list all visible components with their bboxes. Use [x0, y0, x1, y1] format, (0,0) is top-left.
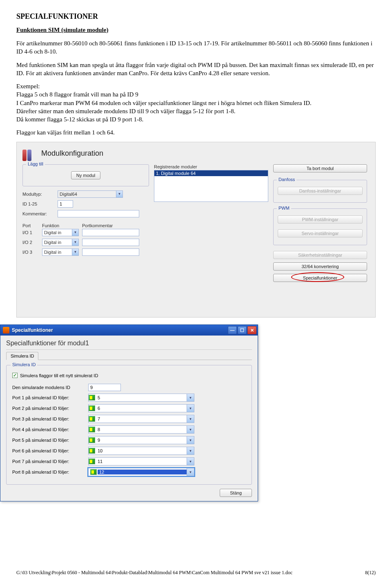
group-simulera-id: Simulera ID ✓ Simulera flaggor till ett … [6, 365, 252, 485]
modultyp-value: Digital64 [60, 192, 77, 197]
group-add: Lägg till Ny modul [22, 164, 149, 186]
chevron-down-icon: ▼ [116, 191, 122, 197]
specialfunktioner-button[interactable]: Specialfunktioner [273, 274, 367, 282]
chevron-down-icon: ▼ [187, 394, 194, 401]
port-follow-label: Port 7 på simulerad ID följer: [12, 459, 86, 464]
port-comment-input[interactable] [82, 229, 139, 236]
port-follow-value: 9 [96, 438, 187, 443]
port-follow-select[interactable]: 7▼ [88, 415, 194, 423]
port-follow-label: Port 5 på simulerad ID följer: [12, 438, 86, 443]
registered-modules-list[interactable]: 1. Digital module 64 [154, 170, 268, 202]
document-body: SPECIALFUNKTIONER Funktionen SIM (simula… [16, 12, 376, 137]
port-follow-value: 12 [98, 470, 187, 474]
safety-settings-button: Säkerhetsinställningar [273, 251, 367, 259]
example-line-4: Då kommer flagga 5-12 skickas ut på ID 9… [16, 116, 143, 123]
close-button[interactable]: ✕ [247, 326, 256, 334]
main-window-title: Modulkonfiguration [41, 149, 103, 158]
col-port: Port [22, 223, 39, 228]
example-line-3: Därefter sätter man den simulerade modul… [16, 108, 235, 114]
dialog-titlebar[interactable]: Specialfunktioner — ☐ ✕ [0, 325, 258, 336]
specialfunktioner-dialog: Specialfunktioner — ☐ ✕ Specialfunktione… [0, 324, 258, 501]
app-icon [22, 146, 37, 161]
chevron-down-icon: ▼ [187, 447, 194, 454]
port-label: I/O 3 [22, 250, 39, 255]
port-follow-select[interactable]: 5▼ [88, 394, 194, 402]
label-registered-modules: Registrerade moduler [154, 164, 268, 169]
module-id-input[interactable] [58, 200, 73, 208]
flag-icon [90, 469, 97, 475]
paragraph-3: Exempel: Flagga 5 och 8 flaggor framåt v… [16, 82, 376, 123]
simulate-checkbox[interactable]: ✓ [12, 373, 18, 378]
port-follow-row: Port 7 på simulerad ID följer:11▼ [12, 457, 246, 465]
danfoss-settings-button: Danfoss-inställningar [278, 187, 363, 195]
port-follow-value: 8 [96, 427, 187, 432]
port-comment-input[interactable] [82, 248, 139, 256]
flag-icon [89, 427, 95, 432]
tab-simulera-id[interactable]: Simulera ID [6, 352, 38, 360]
minimize-button[interactable]: — [228, 326, 237, 334]
port-follow-select[interactable]: 8▼ [88, 425, 194, 434]
example-line-2: I CanPro markerar man PWM 64 modulen och… [16, 100, 312, 106]
chevron-down-icon: ▼ [187, 405, 194, 412]
port-follow-row: Port 3 på simulerad ID följer:7▼ [12, 415, 246, 423]
maximize-button[interactable]: ☐ [238, 326, 247, 334]
col-portkommentar: Portkommentar [82, 223, 113, 228]
page-footer: G:\03 Utveckling\Projekt 0560 - Multimod… [16, 570, 376, 576]
servo-settings-button: Servo-inställningar [278, 229, 363, 237]
label-modultyp: Modultyp: [22, 192, 54, 197]
port-follow-select[interactable]: 12▼ [88, 468, 194, 476]
tab-row: Simulera ID [6, 351, 252, 360]
conversion-button[interactable]: 32/64 konvertering [273, 262, 367, 271]
kommentar-input[interactable] [58, 210, 139, 217]
group-danfoss-legend: Danfoss [277, 177, 296, 182]
chevron-down-icon: ▼ [72, 239, 78, 246]
port-comment-input[interactable] [82, 239, 139, 246]
group-pwm-legend: PWM [277, 206, 291, 210]
group-simulera-legend: Simulera ID [11, 362, 37, 367]
port-follow-label: Port 1 på simulerad ID följer: [12, 395, 86, 400]
pwm-settings-button: PWM-inställningar [278, 215, 363, 224]
chevron-down-icon: ▼ [187, 468, 194, 476]
simulated-id-input[interactable] [88, 384, 121, 391]
flag-icon [89, 405, 95, 411]
port-follow-row: Port 8 på simulerad ID följer:12▼ [12, 468, 246, 476]
flag-icon [89, 459, 95, 464]
dialog-heading: Specialfunktioner för modul1 [6, 340, 252, 347]
label-id: ID 1-25 [22, 201, 54, 206]
remove-module-button[interactable]: Ta bort modul [273, 164, 367, 172]
port-follow-row: Port 5 på simulerad ID följer:9▼ [12, 436, 246, 444]
app-icon [3, 327, 9, 333]
port-follow-value: 6 [96, 406, 187, 411]
port-function-select[interactable]: Digital in▼ [42, 248, 79, 256]
new-module-button[interactable]: Ny modul [71, 171, 100, 179]
port-row: I/O 1Digital in▼ [22, 229, 149, 236]
chevron-down-icon: ▼ [187, 458, 194, 465]
chevron-down-icon: ▼ [187, 436, 194, 444]
group-pwm: PWM PWM-inställningar Servo-inställninga… [273, 208, 367, 245]
dialog-title: Specialfunktioner [12, 327, 53, 333]
port-label: I/O 2 [22, 240, 39, 245]
main-window: Modulkonfiguration Lägg till Ny modul Mo… [16, 142, 376, 318]
chevron-down-icon: ▼ [187, 415, 194, 423]
port-follow-row: Port 4 på simulerad ID följer:8▼ [12, 425, 246, 434]
port-follow-label: Port 4 på simulerad ID följer: [12, 427, 86, 432]
port-function-select[interactable]: Digital in▼ [42, 229, 79, 236]
list-item[interactable]: 1. Digital module 64 [154, 170, 268, 176]
port-follow-select[interactable]: 6▼ [88, 404, 194, 412]
port-follow-select[interactable]: 11▼ [88, 457, 194, 465]
paragraph-1: För artikelnummer 80-56010 och 80-56061 … [16, 39, 376, 56]
close-dialog-button[interactable]: Stäng [220, 489, 252, 497]
port-follow-value: 5 [96, 395, 187, 400]
group-add-legend: Lägg till [26, 161, 45, 166]
port-follow-select[interactable]: 10▼ [88, 447, 194, 455]
port-function-select[interactable]: Digital in▼ [42, 239, 79, 246]
port-follow-label: Port 6 på simulerad ID följer: [12, 448, 86, 453]
port-function-value: Digital in [44, 250, 61, 255]
port-follow-select[interactable]: 9▼ [88, 436, 194, 444]
label-simulated-id: Den simularade modulens ID [12, 385, 86, 390]
port-follow-row: Port 6 på simulerad ID följer:10▼ [12, 447, 246, 455]
subheading-sim: Funktionen SIM (simulate module) [16, 27, 108, 34]
modultyp-select: Digital64 ▼ [58, 190, 123, 198]
group-danfoss: Danfoss Danfoss-inställningar [273, 180, 367, 203]
example-line-1: Flagga 5 och 8 flaggor framåt vill man h… [16, 91, 138, 98]
